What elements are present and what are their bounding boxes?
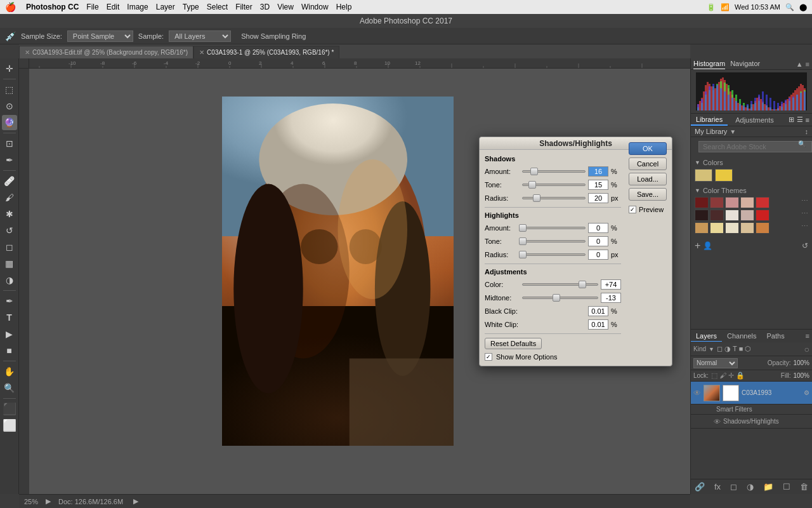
pen-tool[interactable]: ✒ — [2, 293, 17, 309]
highlights-tone-slider[interactable] — [522, 240, 586, 243]
preview-checkbox[interactable]: ✓ — [629, 206, 636, 213]
save-button[interactable]: Save... — [629, 188, 667, 201]
adjustments-black-clip-input[interactable] — [588, 306, 608, 316]
theme-swatch-0-4[interactable] — [756, 197, 769, 208]
theme-options-icon-2[interactable]: ⋯ — [801, 222, 808, 234]
tab-channels[interactable]: Channels — [722, 331, 761, 341]
menu-image[interactable]: Image — [127, 3, 148, 11]
theme-swatch-0-1[interactable] — [710, 197, 724, 208]
siri-icon[interactable]: ⬤ — [799, 3, 807, 11]
menu-layer[interactable]: Layer — [156, 3, 175, 11]
text-tool[interactable]: T — [2, 310, 17, 325]
filter-toggle[interactable]: ○ — [804, 344, 809, 354]
shape-tool[interactable]: ■ — [2, 343, 17, 358]
shadows-amount-slider[interactable] — [522, 170, 586, 173]
tab-close-1[interactable]: ✕ — [199, 49, 204, 56]
hand-tool[interactable]: ✋ — [2, 364, 17, 379]
highlights-tone-input[interactable] — [588, 236, 608, 246]
history-brush-tool[interactable]: ↺ — [2, 223, 17, 238]
theme-swatch-0-2[interactable] — [725, 197, 739, 208]
menu-view[interactable]: View — [277, 3, 294, 11]
theme-options-icon-1[interactable]: ⋯ — [801, 210, 808, 221]
lock-transparency-btn[interactable]: ⬚ — [711, 371, 717, 380]
filter-type-icon[interactable]: T — [733, 345, 737, 353]
lock-paint-btn[interactable]: 🖌 — [719, 371, 726, 380]
theme-swatch-2-4[interactable] — [756, 222, 769, 234]
theme-swatch-1-3[interactable] — [740, 210, 754, 221]
tab-libraries[interactable]: Libraries — [691, 114, 728, 126]
tab-paths[interactable]: Paths — [762, 331, 790, 341]
healing-brush-tool[interactable]: 🩹 — [2, 173, 17, 189]
tab-adjustments[interactable]: Adjustments — [730, 115, 779, 125]
theme-swatch-0-3[interactable] — [740, 197, 754, 208]
theme-swatch-1-4[interactable] — [756, 210, 769, 221]
clone-stamp-tool[interactable]: ✱ — [2, 206, 17, 222]
histogram-menu-icon[interactable]: ≡ — [806, 60, 809, 68]
move-tool[interactable]: ✛ — [2, 61, 17, 76]
menu-filter[interactable]: Filter — [235, 3, 252, 11]
new-layer-btn[interactable]: ☐ — [783, 482, 790, 491]
swatch-0[interactable] — [695, 169, 712, 182]
menu-3d[interactable]: 3D — [260, 3, 270, 11]
swatch-1[interactable] — [715, 169, 733, 182]
theme-swatch-2-2[interactable] — [725, 222, 739, 234]
adjustments-midtone-slider[interactable] — [522, 297, 598, 299]
filter-pixel-icon[interactable]: ◻ — [717, 345, 723, 353]
foreground-color[interactable]: ⬛ — [2, 401, 17, 417]
add-mask-btn[interactable]: ◻ — [730, 482, 737, 491]
new-group-btn[interactable]: 📁 — [763, 482, 773, 491]
sublayer-vis-0[interactable]: 👁 — [714, 418, 721, 425]
search-icon[interactable]: 🔍 — [785, 3, 794, 11]
color-themes-collapse-icon[interactable]: ▼ — [695, 187, 700, 194]
shadows-tone-input[interactable] — [588, 180, 608, 190]
gradient-tool[interactable]: ▦ — [2, 256, 17, 271]
marquee-tool[interactable]: ⬚ — [2, 82, 17, 97]
theme-swatch-1-2[interactable] — [725, 210, 739, 221]
panel-menu-icon[interactable]: ≡ — [806, 116, 809, 124]
sublayer-shadows[interactable]: 👁 Shadows/Highlights — [691, 415, 812, 429]
background-color[interactable]: ⬜ — [2, 418, 17, 433]
filter-shape-icon[interactable]: ■ — [739, 345, 743, 353]
cancel-button[interactable]: Cancel — [629, 157, 667, 170]
theme-swatch-2-0[interactable] — [695, 222, 709, 234]
reset-defaults-button[interactable]: Reset Defaults — [485, 338, 542, 349]
highlights-amount-input[interactable] — [588, 223, 608, 233]
lock-move-btn[interactable]: ✛ — [728, 371, 734, 380]
tab-0[interactable]: ✕ C03A1993-Edit.tif @ 25% (Background co… — [19, 46, 193, 58]
theme-swatch-2-1[interactable] — [710, 222, 724, 234]
shadows-tone-slider[interactable] — [522, 184, 586, 186]
lasso-tool[interactable]: ⊙ — [2, 98, 17, 114]
delete-layer-btn[interactable]: 🗑 — [800, 482, 808, 491]
highlights-amount-slider[interactable] — [522, 227, 586, 229]
tab-layers[interactable]: Layers — [691, 331, 722, 342]
link-layers-btn[interactable]: 🔗 — [695, 482, 705, 491]
theme-swatch-0-0[interactable] — [695, 197, 709, 208]
path-select-tool[interactable]: ▶ — [2, 326, 17, 342]
apple-menu[interactable]: 🍎 — [5, 2, 16, 12]
adjustments-color-slider[interactable] — [522, 283, 598, 286]
filter-adjustment-icon[interactable]: ◑ — [724, 345, 731, 353]
dodge-tool[interactable]: ◑ — [2, 272, 17, 288]
sample-size-select[interactable]: Point Sample 3 by 3 Average 5 by 5 Avera… — [67, 30, 133, 42]
eraser-tool[interactable]: ◻ — [2, 239, 17, 255]
brush-tool[interactable]: 🖌 — [2, 190, 17, 205]
menu-file[interactable]: File — [86, 3, 98, 11]
library-sync-icon[interactable]: ↕ — [805, 128, 809, 135]
shadows-radius-slider[interactable] — [522, 197, 586, 199]
menu-edit[interactable]: Edit — [107, 3, 120, 11]
blend-mode-select[interactable]: Normal Multiply Screen — [693, 358, 738, 368]
magic-wand-tool[interactable]: 🔮 — [2, 115, 17, 130]
adjustments-midtone-input[interactable] — [601, 293, 621, 303]
tab-histogram[interactable]: Histogram — [693, 58, 725, 69]
tab-navigator[interactable]: Navigator — [730, 58, 760, 69]
eyedropper-tool[interactable]: ✒ — [2, 152, 17, 168]
zoom-tool[interactable]: 🔍 — [2, 380, 17, 396]
adjustments-color-input[interactable] — [601, 279, 621, 290]
histogram-expand-icon[interactable]: ▲ — [796, 60, 803, 68]
new-adjustment-btn[interactable]: ◑ — [747, 482, 754, 491]
ok-button[interactable]: OK — [629, 142, 667, 155]
filter-smart-icon[interactable]: ⬡ — [745, 345, 751, 353]
load-button[interactable]: Load... — [629, 173, 667, 185]
theme-swatch-1-1[interactable] — [710, 210, 724, 221]
menu-type[interactable]: Type — [183, 3, 199, 11]
